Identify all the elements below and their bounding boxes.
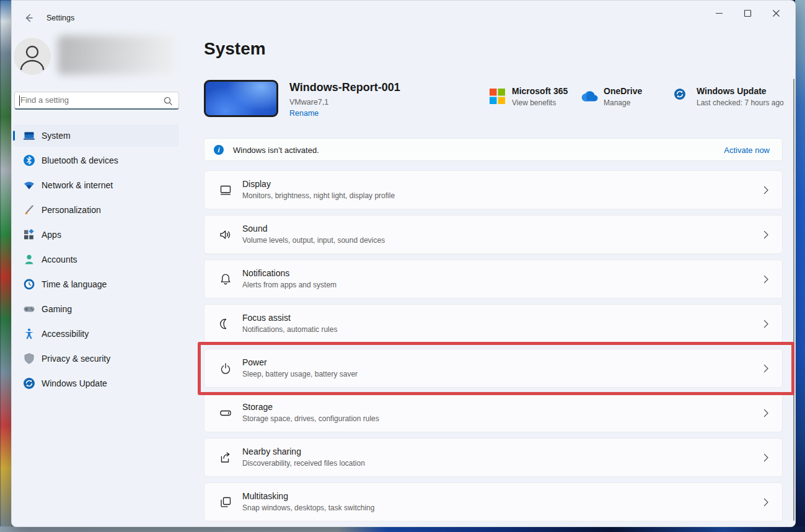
- quick-link-title: OneDrive: [604, 86, 642, 96]
- sidebar-item-privacy-and-security[interactable]: Privacy & security: [13, 347, 179, 370]
- sidebar-item-label: Network & internet: [42, 180, 113, 190]
- quick-link-subtitle: Manage: [604, 98, 642, 107]
- row-title: Power: [242, 357, 267, 367]
- selected-indicator: [13, 131, 15, 141]
- sidebar-item-label: Privacy & security: [42, 354, 110, 364]
- chevron-right-icon: [760, 451, 772, 464]
- row-title: Nearby sharing: [242, 447, 301, 456]
- row-title: Storage: [242, 402, 273, 412]
- chevron-right-icon: [760, 496, 772, 508]
- quick-link-microsoft-365[interactable]: Microsoft 365View benefits: [489, 86, 568, 107]
- row-title: Multitasking: [242, 491, 288, 501]
- system-icon: [23, 129, 35, 142]
- user-avatar[interactable]: [14, 38, 51, 75]
- row-subtitle: Snap windows, desktops, task switching: [242, 504, 374, 512]
- row-subtitle: Monitors, brightness, night light, displ…: [242, 191, 395, 200]
- personalization-icon: [23, 204, 35, 216]
- activate-now-link[interactable]: Activate now: [724, 146, 770, 155]
- storage-icon: [218, 406, 233, 421]
- settings-row-nearby-sharing[interactable]: Nearby sharingDiscoverability, received …: [204, 438, 783, 477]
- minimize-button[interactable]: [705, 3, 733, 23]
- sidebar-item-windows-update[interactable]: Windows Update: [13, 372, 179, 395]
- back-arrow-icon: [24, 13, 33, 23]
- maximize-button[interactable]: [733, 3, 762, 23]
- info-icon: i: [214, 145, 224, 155]
- quick-link-title: Microsoft 365: [512, 86, 568, 96]
- row-subtitle: Alerts from apps and system: [242, 281, 337, 289]
- quick-link-subtitle: View benefits: [512, 98, 568, 107]
- desktop-edge-left: [0, 0, 12, 532]
- desktop-edge-bottom: [0, 526, 805, 532]
- rename-link[interactable]: Rename: [289, 109, 319, 118]
- settings-row-sound[interactable]: SoundVolume levels, output, input, sound…: [204, 215, 783, 254]
- gaming-icon: [23, 303, 35, 315]
- sidebar-item-system[interactable]: System: [13, 124, 179, 147]
- device-model: VMware7,1: [289, 98, 328, 107]
- row-subtitle: Volume levels, output, input, sound devi…: [242, 236, 385, 245]
- settings-row-multitasking[interactable]: MultitaskingSnap windows, desktops, task…: [204, 482, 783, 521]
- multitasking-icon: [218, 495, 233, 510]
- search-box[interactable]: [14, 92, 179, 110]
- chevron-right-icon: [760, 184, 772, 196]
- vertical-scrollbar[interactable]: [793, 79, 794, 521]
- sidebar-item-label: Time & language: [42, 279, 107, 289]
- sidebar-item-label: Windows Update: [42, 378, 107, 388]
- sidebar-item-network-and-internet[interactable]: Network & internet: [13, 174, 179, 196]
- window-title: Settings: [46, 14, 74, 22]
- onedrive-icon: [581, 88, 597, 105]
- sidebar-item-label: Personalization: [42, 205, 101, 215]
- user-name-blurred: [58, 35, 174, 75]
- power-icon: [218, 361, 233, 376]
- desktop-edge-right: [795, 0, 805, 532]
- windows-update-icon: [674, 88, 690, 105]
- quick-link-windows-update[interactable]: Windows UpdateLast checked: 7 hours ago: [674, 86, 784, 107]
- settings-row-notifications[interactable]: NotificationsAlerts from apps and system: [204, 259, 783, 299]
- nearby-sharing-icon: [218, 450, 233, 465]
- sidebar-item-label: Gaming: [42, 304, 72, 314]
- sidebar-item-apps[interactable]: Apps: [13, 224, 179, 246]
- settings-window: Settings SystemBluetooth & devicesNetwor…: [11, 0, 796, 527]
- apps-icon: [23, 229, 35, 241]
- sidebar-item-accounts[interactable]: Accounts: [13, 248, 179, 271]
- sidebar-item-accessibility[interactable]: Accessibility: [13, 323, 179, 345]
- settings-row-storage[interactable]: StorageStorage space, drives, configurat…: [204, 393, 783, 432]
- windows-update-icon: [23, 377, 35, 390]
- microsoft-365-icon: [489, 88, 506, 105]
- device-name: Windows-Report-001: [289, 81, 400, 94]
- privacy-security-icon: [23, 352, 35, 365]
- accessibility-icon: [23, 328, 35, 340]
- focus-assist-icon: [218, 316, 233, 331]
- close-button[interactable]: [762, 3, 790, 23]
- row-title: Focus assist: [242, 313, 291, 323]
- row-subtitle: Notifications, automatic rules: [242, 325, 337, 334]
- display-icon: [218, 183, 233, 198]
- sidebar-item-bluetooth-and-devices[interactable]: Bluetooth & devices: [13, 149, 179, 172]
- activation-message: Windows isn’t activated.: [233, 146, 319, 155]
- notifications-icon: [218, 272, 233, 287]
- search-icon: [163, 96, 173, 106]
- sidebar-item-label: Apps: [42, 230, 61, 240]
- row-subtitle: Sleep, battery usage, battery saver: [242, 370, 358, 378]
- window-controls: [705, 3, 790, 23]
- back-button[interactable]: [19, 9, 38, 27]
- sidebar-item-label: Accounts: [42, 255, 77, 264]
- bluetooth-icon: [23, 154, 35, 167]
- chevron-right-icon: [760, 407, 772, 419]
- accounts-icon: [23, 253, 35, 266]
- sidebar-item-personalization[interactable]: Personalization: [13, 199, 179, 221]
- sidebar-item-label: Bluetooth & devices: [42, 155, 118, 165]
- settings-row-display[interactable]: DisplayMonitors, brightness, night light…: [204, 170, 783, 209]
- search-input[interactable]: [20, 92, 157, 108]
- row-title: Notifications: [242, 268, 289, 278]
- chevron-right-icon: [760, 362, 772, 375]
- sidebar-item-time-and-language[interactable]: Time & language: [13, 273, 179, 295]
- text-caret: [19, 95, 20, 106]
- settings-row-power[interactable]: PowerSleep, battery usage, battery saver: [204, 349, 783, 388]
- quick-link-onedrive[interactable]: OneDriveManage: [581, 86, 642, 107]
- sidebar-item-label: System: [42, 131, 71, 141]
- row-subtitle: Discoverability, received files location: [242, 459, 365, 468]
- sidebar-item-gaming[interactable]: Gaming: [13, 298, 179, 320]
- settings-row-focus-assist[interactable]: Focus assistNotifications, automatic rul…: [204, 304, 783, 343]
- page-title: System: [204, 39, 266, 59]
- activation-banner: i Windows isn’t activated. Activate now: [204, 138, 783, 161]
